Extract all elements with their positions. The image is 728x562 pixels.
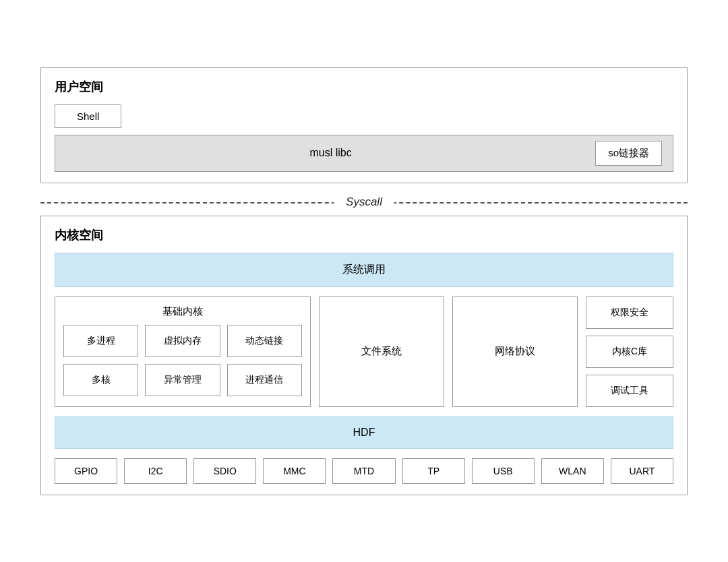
driver-mmc: MMC [263, 458, 326, 484]
filesystem-block: 文件系统 [319, 296, 444, 407]
base-kernel-block: 基础内核 多进程 虚拟内存 动态链接 多核 异常管理 进程通信 [55, 296, 311, 407]
kernel-space-container: 内核空间 系统调用 基础内核 多进程 虚拟内存 动态链接 多核 异常管理 进程通… [40, 216, 688, 495]
syscall-label: Syscall [334, 195, 394, 209]
driver-usb: USB [472, 458, 535, 484]
right-cell-2: 调试工具 [586, 375, 673, 407]
base-kernel-grid: 多进程 虚拟内存 动态链接 多核 异常管理 进程通信 [63, 325, 302, 396]
syscall-divider: Syscall [40, 195, 688, 209]
hdf-bar: HDF [55, 416, 673, 449]
musl-libc-row: musl libc so链接器 [55, 135, 673, 172]
driver-sdio: SDIO [193, 458, 256, 484]
base-kernel-title: 基础内核 [63, 305, 302, 318]
driver-wlan: WLAN [541, 458, 604, 484]
kernel-cell-0: 多进程 [63, 325, 138, 357]
diagram-wrapper: 用户空间 Shell musl libc so链接器 Syscall 内核空间 … [40, 67, 688, 495]
kernel-cell-3: 多核 [63, 364, 138, 396]
kernel-cell-4: 异常管理 [145, 364, 220, 396]
driver-uart: UART [611, 458, 673, 484]
kernel-cell-2: 动态链接 [227, 325, 302, 357]
right-cell-0: 权限安全 [586, 296, 673, 329]
kernel-cell-1: 虚拟内存 [145, 325, 220, 357]
shell-row: Shell [55, 104, 673, 128]
user-space-container: 用户空间 Shell musl libc so链接器 [40, 67, 688, 183]
user-space-title: 用户空间 [55, 79, 673, 95]
kernel-space-title: 内核空间 [55, 227, 673, 243]
right-column: 权限安全 内核C库 调试工具 [586, 296, 673, 407]
driver-mtd: MTD [332, 458, 395, 484]
shell-box: Shell [55, 104, 121, 128]
syscall-bar: 系统调用 [55, 253, 673, 287]
musl-libc-label: musl libc [66, 147, 595, 159]
driver-i2c: I2C [124, 458, 187, 484]
network-block: 网络协议 [452, 296, 578, 407]
right-cell-1: 内核C库 [586, 336, 673, 368]
kernel-cell-5: 进程通信 [227, 364, 302, 396]
driver-tp: TP [402, 458, 465, 484]
driver-gpio: GPIO [55, 458, 117, 484]
middle-section: 基础内核 多进程 虚拟内存 动态链接 多核 异常管理 进程通信 文件系统 网络协… [55, 296, 673, 407]
so-linker-box: so链接器 [595, 141, 662, 166]
driver-row: GPIO I2C SDIO MMC MTD TP USB WLAN UART [55, 458, 673, 484]
